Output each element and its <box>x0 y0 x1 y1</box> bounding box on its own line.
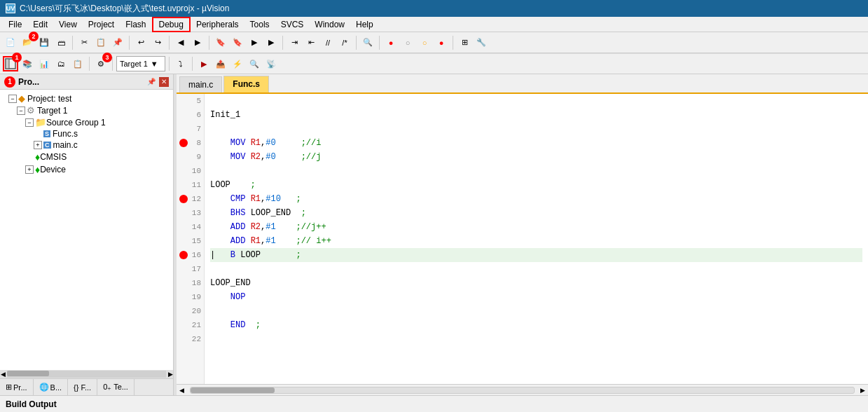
uncomment-btn[interactable]: /* <box>337 35 352 50</box>
copy-btn[interactable]: 📋 <box>93 35 109 50</box>
regs-btn[interactable]: 📊 <box>36 56 52 71</box>
expand-project-icon[interactable]: − <box>8 95 17 103</box>
code-line-11: LOOP ; <box>210 178 862 192</box>
load-btn[interactable]: ▶ <box>196 56 212 71</box>
debug-kill-btn[interactable]: ● <box>434 35 449 50</box>
panel-hscroll-right[interactable]: ▶ <box>167 371 173 378</box>
run-btn[interactable]: ▶ <box>247 35 262 50</box>
comment-btn[interactable]: // <box>320 35 336 50</box>
indent-btn[interactable]: ⇥ <box>287 35 302 50</box>
save-btn[interactable]: 💾 <box>36 35 52 50</box>
mem-btn[interactable]: 🗂 <box>53 56 69 71</box>
flash-btn[interactable]: ⚡ <box>230 56 245 71</box>
menu-debug[interactable]: Debug <box>152 17 191 32</box>
expand-mainc-icon[interactable]: + <box>34 141 42 149</box>
code-view[interactable]: 5 6 7 8 9 10 11 12 13 14 15 <box>177 94 868 384</box>
run2-btn[interactable]: ▶ <box>263 35 279 50</box>
breakpoint-16[interactable] <box>179 251 188 259</box>
tab-funcs-active[interactable]: Func.s <box>223 76 269 92</box>
menu-tools[interactable]: Tools <box>244 18 275 31</box>
fwd-btn[interactable]: ▶ <box>190 35 205 50</box>
menu-project[interactable]: Project <box>83 18 120 31</box>
tab-books[interactable]: 🌐 B... <box>34 379 69 395</box>
panel-hscroll[interactable]: ◀ ▶ <box>0 370 173 378</box>
tree-cmsis[interactable]: ♦ CMSIS <box>0 151 173 163</box>
dbg-log-btn[interactable]: 📋 <box>70 56 85 71</box>
tree-device[interactable]: + ♦ Device <box>0 163 173 176</box>
tab-funcs[interactable]: {} F... <box>68 379 97 395</box>
tree-target1[interactable]: − ⚙ Target 1 <box>0 104 173 116</box>
diamond-cmsis-icon: ♦ <box>35 151 40 163</box>
project-panel: 1 Pro... 📌 ✕ − ◆ Project: test − ⚙ Targe… <box>0 74 174 395</box>
code-line-6: Init_1 <box>210 108 862 122</box>
paste-btn[interactable]: 📌 <box>110 35 125 50</box>
badge-3: 3 <box>102 53 112 62</box>
h-scrollbar[interactable]: ◀ ▶ <box>177 384 868 395</box>
sep-t3 <box>169 57 170 71</box>
debug-run-btn[interactable]: ● <box>383 35 399 50</box>
project-window-btn[interactable]: 1 <box>3 56 18 71</box>
tab-templates[interactable]: 0₊ Te... <box>97 379 135 395</box>
target-config-btn[interactable]: ⚙ 3 <box>93 56 109 71</box>
panel-hscroll-left[interactable]: ◀ <box>0 371 6 378</box>
menu-help[interactable]: Help <box>350 18 379 31</box>
tree-funcs[interactable]: S Func.s <box>0 128 173 139</box>
gutter-row-13: 13 <box>177 206 204 220</box>
cut-btn[interactable]: ✂ <box>76 35 92 50</box>
undo-btn[interactable]: ↩ <box>133 35 149 50</box>
unindent-btn[interactable]: ⇤ <box>303 35 319 50</box>
tree-project-root[interactable]: − ◆ Project: test <box>0 92 173 104</box>
menu-file[interactable]: File <box>3 18 27 31</box>
gutter-row-14: 14 <box>177 220 204 234</box>
bookmark-btn[interactable]: 🔖 <box>213 35 228 50</box>
pin-btn[interactable]: 📌 <box>145 77 158 87</box>
panel-hscroll-track[interactable] <box>7 371 166 378</box>
dbg-extra-btn[interactable]: 📡 <box>263 56 279 71</box>
panel-hscroll-thumb[interactable] <box>7 371 49 376</box>
h-scrollbar-thumb[interactable] <box>191 387 275 393</box>
tab-project-label: Pr... <box>13 383 27 392</box>
debug-start-btn[interactable]: 🔍 <box>247 56 262 71</box>
debug-stop-btn[interactable]: ○ <box>400 35 415 50</box>
tab-templates-label: 0₊ Te... <box>103 383 128 392</box>
gutter-row-5: 5 <box>177 94 204 108</box>
breakpoint-8[interactable] <box>179 139 188 147</box>
menu-view[interactable]: View <box>53 18 83 31</box>
menu-peripherals[interactable]: Peripherals <box>191 18 244 31</box>
view-grid-btn[interactable]: ⊞ <box>457 35 472 50</box>
dbg-step-in-btn[interactable]: ⤵ <box>173 56 188 71</box>
target-dropdown[interactable]: Target 1 ▼ <box>116 56 165 71</box>
breakpoint-12[interactable] <box>179 195 188 203</box>
search-btn[interactable]: 🔍 <box>360 35 376 50</box>
redo-btn[interactable]: ↪ <box>150 35 165 50</box>
hscroll-right-btn[interactable]: ▶ <box>857 387 868 394</box>
menu-window[interactable]: Window <box>309 18 350 31</box>
hscroll-left-btn[interactable]: ◀ <box>177 387 187 394</box>
panel-close-btn[interactable]: ✕ <box>159 77 169 87</box>
tab-mainc[interactable]: main.c <box>179 76 222 92</box>
h-scrollbar-track[interactable] <box>190 387 855 394</box>
new-file-btn[interactable]: 📄 <box>3 35 18 50</box>
tab-project[interactable]: ⊞ Pr... <box>0 379 34 395</box>
settings2-btn[interactable]: 🔧 <box>474 35 489 50</box>
menu-edit[interactable]: Edit <box>27 18 53 31</box>
sep-2 <box>129 36 130 50</box>
tree-source-group[interactable]: − 📁 Source Group 1 <box>0 116 173 128</box>
tree-cmsis-label: CMSIS <box>40 152 67 162</box>
menu-svcs[interactable]: SVCS <box>275 18 310 31</box>
load2-btn[interactable]: 📤 <box>213 56 228 71</box>
menu-flash[interactable]: Flash <box>120 18 151 31</box>
expand-sg-icon[interactable]: − <box>25 118 34 127</box>
back-btn[interactable]: ◀ <box>173 35 188 50</box>
save-all-btn[interactable]: 🗃 <box>53 35 69 50</box>
book-view-btn[interactable]: 📚 <box>20 56 35 71</box>
open-btn[interactable]: 📂 2 <box>20 35 35 50</box>
code-content[interactable]: Init_1 MOV R1,#0 ;//i MOV R2,#0 ;//j LOO… <box>205 94 868 384</box>
debug-reset-btn[interactable]: ○ <box>417 35 432 50</box>
tree-mainc[interactable]: + C main.c <box>0 139 173 151</box>
code-line-14: ADD R2,#1 ;//j++ <box>210 220 862 234</box>
expand-device-icon[interactable]: + <box>25 165 34 174</box>
expand-target-icon[interactable]: − <box>17 107 25 115</box>
bookmark2-btn[interactable]: 🔖 <box>230 35 245 50</box>
project-tree: − ◆ Project: test − ⚙ Target 1 − 📁 Sourc… <box>0 90 173 370</box>
